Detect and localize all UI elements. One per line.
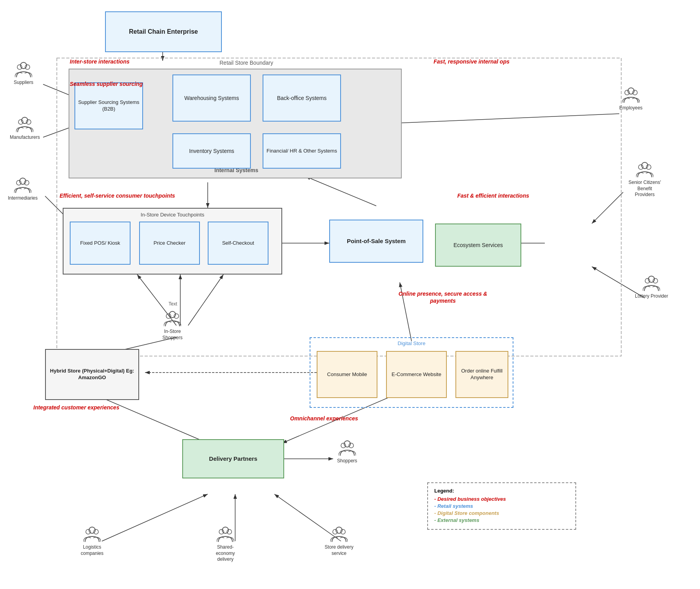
- suppliers-icon: [15, 61, 32, 78]
- digital-store-label: Digital Store: [398, 340, 426, 347]
- person-in-store-shoppers: In-Store Shoppers: [155, 310, 190, 341]
- inter-store-label: Inter-store interactions: [70, 58, 129, 65]
- text-label: Text: [169, 301, 177, 307]
- hybrid-store-box: Hybrid Store (Physical+Digital) Eg: Amaz…: [45, 349, 139, 400]
- ecommerce-label: E-Commerce Website: [392, 371, 441, 378]
- financial-hr-label: Financial/ HR & Other Systems: [267, 148, 337, 155]
- shared-economy-label: Shared-economy delivery: [208, 544, 243, 563]
- legend-item-4: - External systems: [434, 517, 569, 523]
- fast-responsive-label: Fast, responsive internal ops: [412, 58, 510, 65]
- fixed-pos-label: Fixed POS/ Kiosk: [80, 240, 120, 247]
- delivery-partners-box: Delivery Partners: [182, 439, 284, 478]
- person-shared-economy: Shared-economy delivery: [208, 525, 243, 563]
- store-delivery-icon: [330, 525, 348, 543]
- employees-icon: [622, 86, 640, 104]
- senior-citizens-icon: [636, 161, 653, 178]
- legend-item-3: - Digital Store components: [434, 510, 569, 516]
- order-online-box: Order online Fulfill Anywhere: [455, 351, 508, 398]
- person-shoppers: Shoppers: [337, 439, 357, 464]
- in-store-shoppers-label: In-Store Shoppers: [155, 329, 190, 341]
- person-employees: Employees: [619, 86, 642, 111]
- ecommerce-box: E-Commerce Website: [386, 351, 447, 398]
- suppliers-label: Suppliers: [14, 80, 33, 86]
- integrated-customer-label: Integrated customer experiences: [33, 404, 120, 411]
- intermediaries-label: Intermediaries: [8, 195, 38, 202]
- point-of-sale-label: Point-of-Sale System: [347, 237, 406, 245]
- warehousing-box: Warehousing Systems: [172, 75, 251, 122]
- supplier-sourcing-box: Supplier Sourcing Systems (B2B): [74, 82, 143, 129]
- manufacturers-icon: [16, 116, 33, 133]
- svg-line-10: [592, 192, 623, 224]
- in-store-shoppers-icon: [164, 310, 181, 327]
- self-checkout-label: Self-Checkout: [222, 240, 254, 247]
- ecosystem-services-box: Ecosystem Services: [435, 224, 521, 267]
- back-office-box: Back-office Systems: [263, 75, 341, 122]
- svg-line-8: [306, 176, 376, 206]
- lottery-provider-label: Lottery Provider: [635, 293, 668, 300]
- person-suppliers: Suppliers: [14, 61, 33, 86]
- person-lottery-provider: Lottery Provider: [635, 275, 668, 300]
- intermediaries-icon: [14, 176, 31, 194]
- shared-economy-icon: [217, 525, 234, 543]
- manufacturers-label: Manufacturers: [10, 135, 40, 141]
- logistics-label: Logistics companies: [74, 544, 110, 556]
- online-presence-label: Online presence, secure access & payment…: [392, 290, 494, 304]
- store-delivery-label: Store delivery service: [321, 544, 357, 556]
- in-store-touchpoints-label: In-Store Device Touchpoints: [141, 212, 204, 218]
- person-store-delivery: Store delivery service: [321, 525, 357, 556]
- financial-hr-box: Financial/ HR & Other Systems: [263, 133, 341, 169]
- seamless-supplier-label: Seamless supplier sourcing: [70, 80, 143, 87]
- back-office-label: Back-office Systems: [277, 95, 327, 102]
- retail-chain-label: Retail Chain Enterprise: [129, 28, 198, 36]
- inventory-box: Inventory Systems: [172, 133, 251, 169]
- hybrid-store-label: Hybrid Store (Physical+Digital) Eg: Amaz…: [48, 368, 136, 381]
- warehousing-label: Warehousing Systems: [184, 95, 239, 102]
- price-checker-box: Price Checker: [139, 222, 200, 265]
- svg-line-25: [102, 494, 208, 541]
- consumer-mobile-box: Consumer Mobile: [317, 351, 377, 398]
- person-manufacturers: Manufacturers: [10, 116, 40, 141]
- inventory-label: Inventory Systems: [189, 147, 234, 155]
- delivery-partners-label: Delivery Partners: [209, 455, 257, 463]
- shoppers-icon: [339, 439, 356, 456]
- order-online-label: Order online Fulfill Anywhere: [459, 368, 505, 381]
- retail-chain-box: Retail Chain Enterprise: [105, 11, 222, 52]
- lottery-provider-icon: [643, 275, 660, 292]
- legend-item-2: - Retail systems: [434, 503, 569, 509]
- supplier-sourcing-label: Supplier Sourcing Systems (B2B): [78, 99, 140, 113]
- point-of-sale-box: Point-of-Sale System: [329, 220, 423, 263]
- person-logistics: Logistics companies: [74, 525, 110, 556]
- diagram-container: Retail Chain Enterprise Retail Store Bou…: [0, 0, 700, 589]
- person-senior-citizens: Senior Citizens' Benefit Providers: [627, 161, 662, 198]
- svg-line-23: [98, 396, 208, 443]
- retail-store-label: Retail Store Boundary: [219, 60, 273, 66]
- svg-line-19: [188, 275, 223, 325]
- efficient-touchpoints-label: Efficient, self-service consumer touchpo…: [60, 192, 175, 199]
- self-checkout-box: Self-Checkout: [208, 222, 268, 265]
- consumer-mobile-label: Consumer Mobile: [327, 371, 367, 378]
- omnichannel-label: Omnichannel experiences: [290, 415, 358, 422]
- shoppers-label: Shoppers: [337, 458, 357, 464]
- legend-item-1: - Desired business objectives: [434, 496, 569, 502]
- senior-citizens-label: Senior Citizens' Benefit Providers: [627, 180, 662, 198]
- logistics-icon: [83, 525, 101, 543]
- price-checker-label: Price Checker: [154, 240, 186, 247]
- retail-store-boundary-label: Retail Store Boundary: [219, 60, 273, 66]
- fixed-pos-box: Fixed POS/ Kiosk: [70, 222, 131, 265]
- ecosystem-services-label: Ecosystem Services: [453, 242, 503, 249]
- person-intermediaries: Intermediaries: [8, 176, 38, 202]
- legend-box: Legend: - Desired business objectives - …: [427, 482, 576, 530]
- legend-title: Legend:: [434, 488, 569, 494]
- fast-efficient-label: Fast & efficient interactions: [427, 192, 529, 199]
- employees-label: Employees: [619, 105, 642, 111]
